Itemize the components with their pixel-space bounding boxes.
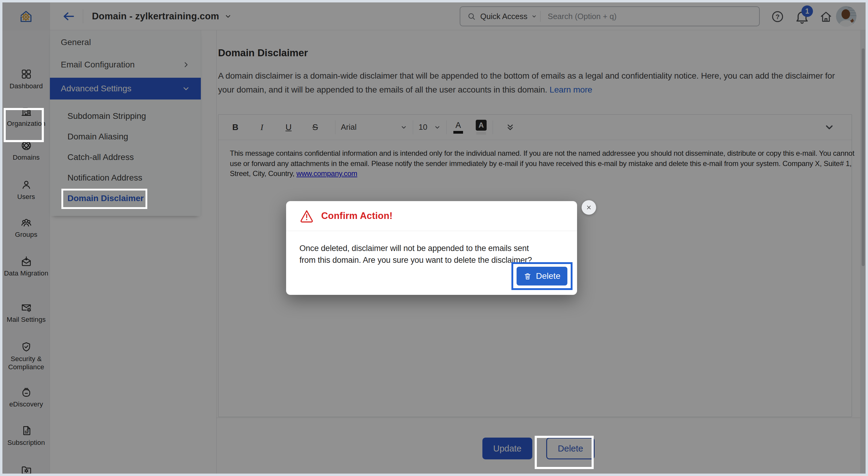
close-icon (586, 204, 592, 211)
confirm-dialog-title: Confirm Action! (321, 211, 393, 221)
confirm-dialog-header: Confirm Action! (286, 201, 577, 231)
annotation-box-domains (4, 108, 44, 142)
confirm-dialog: Confirm Action! Once deleted, disclaimer… (286, 201, 577, 295)
confirm-dialog-actions: Delete (512, 262, 572, 290)
annotation-box-footer-delete (535, 436, 594, 469)
screenshot-frame: Domain - zylkertraining.com Quick Access… (0, 0, 868, 476)
close-dialog-button[interactable] (582, 200, 596, 215)
annotation-box-domain-disclaimer (61, 189, 147, 209)
confirm-delete-label: Delete (536, 271, 560, 281)
confirm-delete-button[interactable]: Delete (517, 267, 567, 285)
confirm-dialog-message: Once deleted, disclaimer will not be app… (286, 231, 558, 266)
annotation-box-modal-delete: Delete (512, 262, 572, 290)
trash-icon (524, 272, 532, 280)
warning-icon (300, 209, 314, 223)
